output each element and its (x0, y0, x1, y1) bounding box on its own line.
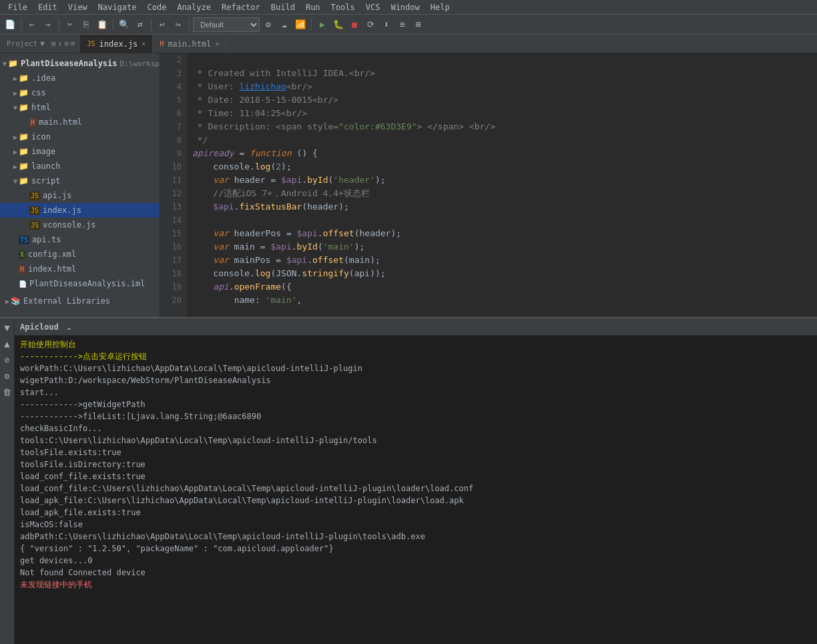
menu-file[interactable]: File (3, 1, 33, 13)
toolbar-cut[interactable]: ✂ (63, 17, 77, 32)
tree-item-script[interactable]: ▼ 📁 script (0, 174, 160, 188)
bottom-panel: ▼ ▲ ⊘ ⚙ 🗑 Apicloud ☁ 开始使用控制台 -----------… (0, 317, 817, 644)
arrow-launch: ▶ (13, 163, 17, 170)
toolbar-settings[interactable]: ⚙ (261, 17, 276, 32)
tree-item-configxml[interactable]: ▶ X config.xml (0, 247, 160, 262)
script-folder-icon: 📁 (19, 176, 29, 186)
tree-item-image[interactable]: ▶ 📁 image (0, 144, 160, 159)
project-arrow: ▼ (40, 39, 45, 48)
bottom-toolbar: Apicloud ☁ (15, 318, 817, 336)
project-icon-1[interactable]: ⊞ (51, 39, 56, 48)
code-content[interactable]: * Created with IntelliJ IDEA.<br/> * Use… (187, 53, 817, 317)
tree-root-path: D:\workspace\WebStorm (120, 59, 160, 68)
project-dropdown[interactable]: Project ▼ (3, 39, 49, 48)
console-line-8: tools:C:\Users\lizhichao\AppData\Local\T… (20, 434, 812, 446)
tree-item-css[interactable]: ▶ 📁 css (0, 85, 160, 100)
tree-item-icon[interactable]: ▶ 📁 icon (0, 129, 160, 144)
toolbar-more3[interactable]: ≡ (395, 17, 410, 32)
toolbar-replace[interactable]: ⇄ (133, 17, 148, 32)
run-config-dropdown[interactable]: Default (193, 17, 260, 32)
menu-build[interactable]: Build (266, 1, 300, 13)
toolbar-more4[interactable]: ⊞ (411, 17, 426, 32)
arrow-html: ▼ (13, 104, 17, 111)
html-folder-icon: 📁 (19, 103, 29, 112)
toolbar-forward[interactable]: → (41, 17, 55, 32)
bottom-icon-5[interactable]: 🗑 (1, 385, 14, 398)
menu-tools[interactable]: Tools (326, 1, 360, 13)
toolbar-cloud[interactable]: ☁ (277, 17, 292, 32)
menu-refactor[interactable]: Refactor (216, 1, 266, 13)
menu-window[interactable]: Window (385, 1, 425, 13)
tree-item-apits[interactable]: ▶ TS api.ts (0, 232, 160, 247)
toolbar-stop[interactable]: ■ (347, 17, 362, 32)
bottom-icon-4[interactable]: ⚙ (1, 369, 14, 382)
tree-indexhtml-label: index.html (28, 264, 76, 274)
toolbar-back[interactable]: ← (25, 17, 39, 32)
bottom-left-icons: ▼ ▲ ⊘ ⚙ 🗑 (0, 318, 15, 644)
toolbar-more1[interactable]: ⟳ (363, 17, 378, 32)
tree-extlibs-label: External Libraries (23, 296, 110, 306)
project-tree: ▼ 📁 PlantDiseaseAnalysis D:\workspace\We… (0, 53, 160, 311)
menu-edit[interactable]: Edit (33, 1, 63, 13)
tree-iml-label: PlantDiseaseAnalysis.iml (29, 279, 145, 288)
tree-item-extlibs[interactable]: ▶ 📚 External Libraries (0, 294, 160, 308)
tree-html-label: html (31, 103, 51, 112)
menu-analyze[interactable]: Analyze (172, 1, 216, 13)
menu-help[interactable]: Help (425, 1, 455, 13)
bottom-icon-1[interactable]: ▼ (1, 321, 14, 334)
tree-item-idea[interactable]: ▶ 📁 .idea (0, 71, 160, 85)
project-label: Project (7, 39, 37, 48)
menu-code[interactable]: Code (142, 1, 172, 13)
tree-item-launch[interactable]: ▶ 📁 launch (0, 159, 160, 174)
tree-indexjs-label: index.js (43, 206, 81, 215)
toolbar-paste[interactable]: 📋 (95, 17, 109, 32)
menu-view[interactable]: View (63, 1, 93, 13)
menu-navigate[interactable]: Navigate (93, 1, 142, 13)
menu-run[interactable]: Run (300, 1, 326, 13)
toolbar-redo[interactable]: ↪ (171, 17, 186, 32)
toolbar-copy[interactable]: ⎘ (79, 17, 93, 32)
bottom-toolbar-icon-cloud[interactable]: ☁ (63, 321, 75, 333)
toolbar-run[interactable]: ▶ (315, 17, 330, 32)
arrow-idea: ▶ (13, 75, 17, 82)
console-line-20: 未发现链接中的手机 (20, 579, 812, 591)
tree-apijs-label: api.js (43, 191, 71, 200)
toolbar-new[interactable]: 📄 (3, 17, 17, 32)
toolbar-more2[interactable]: ⬇ (379, 17, 394, 32)
tree-item-iml[interactable]: ▶ 📄 PlantDiseaseAnalysis.iml (0, 276, 160, 291)
bottom-icon-2[interactable]: ▲ (1, 337, 14, 350)
configxml-icon: X (19, 250, 25, 259)
tab-indexjs[interactable]: JS index.js × (80, 35, 153, 53)
tree-item-vconsolejs[interactable]: ▶ JS vconsole.js (0, 218, 160, 232)
project-icon-3[interactable]: ⚙ (64, 39, 69, 48)
indexhtml-icon: H (19, 265, 25, 274)
tab-mainhtml-label: main.html (168, 39, 211, 49)
vconsolejs-icon: JS (29, 221, 40, 230)
tab-indexjs-close[interactable]: × (142, 40, 146, 47)
tree-item-root[interactable]: ▼ 📁 PlantDiseaseAnalysis D:\workspace\We… (0, 56, 160, 71)
tab-mainhtml[interactable]: H main.html × (153, 35, 226, 53)
tree-item-html-folder[interactable]: ▼ 📁 html (0, 100, 160, 115)
project-icon-4[interactable]: ≡ (71, 39, 75, 48)
console-line-17: { "version" : "1.2.50", "packageName" : … (20, 543, 812, 555)
tree-item-indexjs[interactable]: ▶ JS index.js (0, 203, 160, 218)
tree-item-indexhtml[interactable]: ▶ H index.html (0, 262, 160, 276)
bottom-icon-3[interactable]: ⊘ (1, 353, 14, 366)
toolbar-undo[interactable]: ↩ (155, 17, 170, 32)
code-area[interactable]: 2 3 4 5 6 7 8 9 10 11 12 13 14 15 16 17 (160, 53, 817, 317)
toolbar-search[interactable]: 🔍 (117, 17, 131, 32)
tree-item-apijs[interactable]: ▶ JS api.js (0, 188, 160, 203)
tree-item-mainhtml[interactable]: ▶ H main.html (0, 115, 160, 129)
tab-indexjs-icon: JS (87, 40, 95, 47)
toolbar-debug[interactable]: 🐛 (331, 17, 346, 32)
tab-mainhtml-close[interactable]: × (215, 40, 219, 47)
console-line-6: ------------>fileList:[Ljava.lang.String… (20, 410, 812, 422)
menu-vcs[interactable]: VCS (360, 1, 386, 13)
apijs-icon: JS (29, 192, 40, 200)
toolbar-wifi[interactable]: 📶 (293, 17, 308, 32)
bottom-panel-title: Apicloud (20, 322, 59, 332)
arrow-extlibs: ▶ (5, 298, 9, 305)
project-icon-2[interactable]: ↕ (58, 39, 63, 48)
console-output[interactable]: 开始使用控制台 ------------>点击安卓运行按钮 workPath:C… (15, 336, 817, 644)
toolbar-sep-6 (311, 19, 312, 31)
